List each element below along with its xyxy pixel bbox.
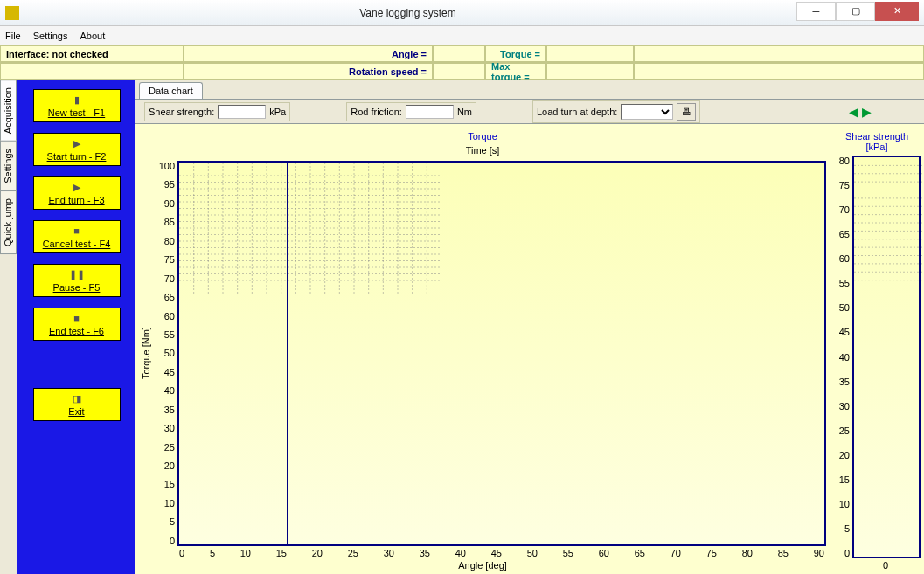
minimize-button[interactable]: ─ — [796, 2, 836, 21]
end-test-button[interactable]: ■End test - F6 — [33, 308, 121, 341]
rod-friction-input[interactable] — [406, 105, 454, 119]
rod-friction-unit: Nm — [457, 107, 472, 117]
rod-friction-group: Rod friction: Nm — [346, 102, 476, 121]
shear-strength-group: Shear strength: kPa — [144, 102, 290, 121]
shear-strength-unit: kPa — [269, 107, 286, 117]
new-test-label: New test - F1 — [48, 107, 105, 118]
fields-row: Shear strength: kPa Rod friction: Nm Loa… — [135, 100, 924, 124]
arrow-left-icon[interactable]: ◀ — [849, 105, 858, 119]
menu-settings[interactable]: Settings — [33, 31, 68, 41]
side-plot-area[interactable] — [852, 156, 921, 558]
end-test-label: End test - F6 — [49, 326, 104, 336]
load-turn-group: Load turn at depth: 🖶 — [532, 100, 700, 123]
interface-status: Interface: not checked — [0, 45, 184, 62]
torque-value — [546, 45, 634, 62]
window-title: Vane logging system — [19, 7, 796, 19]
nav-arrows: ◀ ▶ — [849, 105, 872, 119]
chart-zone: Torque Time [s] Torque [Nm] 100959085807… — [135, 124, 924, 574]
angle-label: Angle = — [392, 49, 427, 59]
main-area: Acquisition Settings Quick jump ▮New tes… — [0, 80, 924, 574]
main-chart: Torque Time [s] Torque [Nm] 100959085807… — [139, 131, 826, 571]
side-chart-grid — [854, 157, 924, 288]
printer-icon: 🖶 — [682, 107, 691, 117]
pause-button[interactable]: ❚❚Pause - F5 — [33, 264, 121, 297]
status-empty-1 — [634, 45, 924, 62]
end-turn-button[interactable]: ▶End turn - F3 — [33, 176, 121, 210]
plot-area[interactable] — [177, 161, 826, 546]
arrow-right-icon[interactable]: ▶ — [862, 105, 872, 119]
maxtorque-label: Max torque = — [491, 61, 540, 82]
vtab-acquisition[interactable]: Acquisition — [0, 80, 17, 142]
pause-label: Pause - F5 — [53, 282, 101, 293]
window-buttons: ─ ▢ ✕ — [796, 5, 919, 21]
rotspeed-value — [433, 63, 485, 80]
chart-title: Torque — [468, 131, 497, 142]
vertical-tabs: Acquisition Settings Quick jump — [0, 80, 17, 574]
maxtorque-value — [546, 63, 634, 80]
vtab-quickjump[interactable]: Quick jump — [0, 190, 17, 254]
angle-value — [433, 45, 485, 62]
content-area: Data chart Shear strength: kPa Rod frict… — [135, 80, 924, 574]
stop-icon: ■ — [71, 225, 83, 237]
menu-file[interactable]: File — [5, 31, 21, 41]
tab-data-chart[interactable]: Data chart — [139, 82, 203, 99]
stop-icon: ■ — [71, 312, 83, 324]
end-turn-label: End turn - F3 — [48, 195, 104, 205]
start-turn-button[interactable]: ▶Start turn - F2 — [33, 133, 121, 166]
side-y-axis-ticks: 80757065605550454035302520151050 — [833, 156, 852, 558]
side-chart: Shear strength [kPa] 8075706560555045403… — [833, 131, 921, 571]
chart-grid — [179, 163, 441, 294]
y-axis-label: Torque [Nm] — [139, 161, 153, 546]
maximize-button[interactable]: ▢ — [836, 2, 875, 21]
side-x-axis-ticks: 0 — [833, 560, 921, 571]
exit-button[interactable]: ◨Exit — [33, 388, 121, 421]
exit-label: Exit — [68, 406, 84, 417]
shear-strength-input[interactable] — [218, 105, 266, 119]
load-turn-select[interactable] — [621, 104, 673, 120]
rotspeed-label: Rotation speed = — [349, 66, 427, 77]
torque-label: Torque = — [500, 49, 540, 59]
app-icon — [5, 6, 19, 20]
status-empty-2 — [0, 63, 184, 80]
status-empty-3 — [634, 63, 924, 80]
x-axis-label: Angle [deg] — [139, 560, 826, 571]
print-button[interactable]: 🖶 — [677, 103, 696, 121]
status-row-1: Interface: not checked Angle = Torque = — [0, 45, 924, 63]
close-button[interactable]: ✕ — [875, 2, 919, 21]
start-turn-label: Start turn - F2 — [47, 151, 107, 162]
play-icon: ▶ — [71, 181, 83, 193]
play-icon: ▶ — [71, 137, 83, 149]
new-test-button[interactable]: ▮New test - F1 — [33, 89, 121, 122]
status-row-2: Rotation speed = Max torque = — [0, 63, 924, 80]
chart-subtitle: Time [s] — [466, 145, 500, 156]
menu-bar: File Settings About — [0, 26, 924, 45]
chart-cursor — [287, 163, 288, 544]
rod-friction-label: Rod friction: — [351, 107, 402, 117]
new-test-icon: ▮ — [71, 93, 83, 106]
tab-strip: Data chart — [135, 80, 924, 100]
side-chart-title: Shear strength [kPa] — [833, 131, 921, 152]
cancel-test-button[interactable]: ■Cancel test - F4 — [33, 220, 121, 253]
load-turn-label: Load turn at depth: — [537, 107, 617, 117]
y-axis-ticks: 1009590858075706560555045403530252015105… — [153, 161, 177, 546]
exit-icon: ◨ — [71, 392, 83, 405]
shear-strength-label: Shear strength: — [149, 107, 214, 117]
menu-about[interactable]: About — [80, 31, 105, 41]
pause-icon: ❚❚ — [71, 268, 83, 280]
side-panel: ▮New test - F1 ▶Start turn - F2 ▶End tur… — [17, 80, 135, 574]
title-bar: Vane logging system ─ ▢ ✕ — [0, 0, 924, 26]
vtab-settings[interactable]: Settings — [0, 141, 17, 191]
cancel-test-label: Cancel test - F4 — [43, 239, 111, 249]
x-axis-ticks: 051015202530354045505560657075808590 — [139, 548, 826, 558]
